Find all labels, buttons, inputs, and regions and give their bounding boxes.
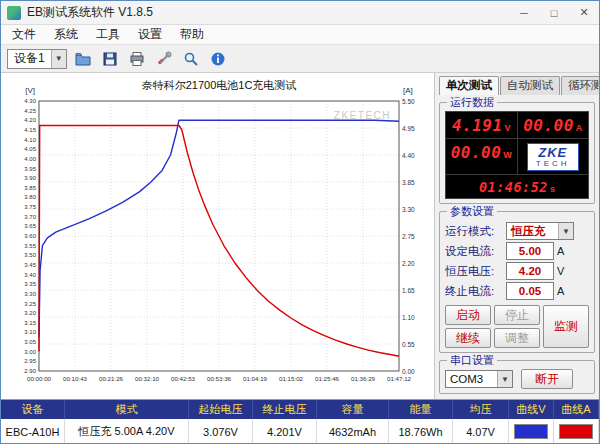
- menu-file[interactable]: 文件: [3, 26, 45, 43]
- device-select[interactable]: 设备1 ▼: [7, 49, 67, 69]
- svg-text:3.30: 3.30: [402, 206, 415, 213]
- set-current-input[interactable]: 5.00: [506, 242, 554, 260]
- app-icon: [7, 6, 21, 20]
- col-capacity: 容量: [317, 400, 389, 419]
- svg-text:01:15:02: 01:15:02: [279, 375, 304, 382]
- results-table: 设备 模式 起始电压 终止电压 容量 能量 均压 曲线V 曲线A EBC-A10…: [1, 399, 599, 443]
- menu-bar: 文件 系统 工具 设置 帮助: [1, 25, 599, 45]
- col-avg-voltage: 均压: [453, 400, 509, 419]
- cutoff-current-label: 终止电流:: [445, 284, 503, 299]
- chevron-down-icon[interactable]: ▼: [497, 371, 512, 387]
- serial-group: 串口设置 COM3 ▼ 断开: [439, 360, 595, 394]
- svg-text:00:21:26: 00:21:26: [99, 375, 124, 382]
- test-mode-tabs: 单次测试 自动测试 循环测试: [439, 76, 595, 95]
- svg-text:00:53:36: 00:53:36: [207, 375, 232, 382]
- svg-text:3.40: 3.40: [24, 272, 36, 278]
- open-button[interactable]: [72, 48, 94, 70]
- svg-text:3.25: 3.25: [24, 301, 36, 307]
- tab-auto-test[interactable]: 自动测试: [500, 76, 560, 95]
- svg-text:0.55: 0.55: [402, 341, 415, 348]
- zoom-button[interactable]: [180, 48, 202, 70]
- svg-text:01:47:12: 01:47:12: [387, 375, 412, 382]
- cell-capacity: 4632mAh: [317, 419, 389, 444]
- cutoff-current-input[interactable]: 0.05: [506, 282, 554, 300]
- svg-text:3.15: 3.15: [24, 320, 36, 326]
- watermark: ZKETECH: [334, 110, 391, 121]
- svg-text:01:25:46: 01:25:46: [315, 375, 340, 382]
- svg-text:3.45: 3.45: [24, 262, 36, 268]
- svg-text:4.05: 4.05: [24, 146, 36, 152]
- svg-text:3.30: 3.30: [24, 291, 36, 297]
- col-device: 设备: [1, 400, 65, 419]
- svg-text:3.75: 3.75: [24, 204, 36, 210]
- elapsed-time-readout: 01:46:52s: [446, 175, 588, 198]
- svg-text:2.90: 2.90: [24, 368, 36, 374]
- svg-text:3.35: 3.35: [24, 281, 36, 287]
- cell-start-voltage: 3.076V: [189, 419, 253, 444]
- magnifier-icon: [183, 51, 199, 67]
- right-axis-unit: [A]: [403, 86, 413, 95]
- cell-avg-voltage: 4.07V: [453, 419, 509, 444]
- svg-text:3.90: 3.90: [24, 175, 36, 181]
- disconnect-button[interactable]: 断开: [521, 369, 573, 389]
- chevron-down-icon[interactable]: ▼: [558, 223, 573, 239]
- toolbar: 设备1 ▼: [1, 45, 599, 73]
- info-button[interactable]: [207, 48, 229, 70]
- serial-title: 串口设置: [447, 353, 497, 367]
- maximize-button[interactable]: □: [539, 1, 569, 24]
- right-panel: 单次测试 自动测试 循环测试 运行数据 4.191V 00.00A: [435, 73, 599, 399]
- com-port-select[interactable]: COM3 ▼: [445, 370, 513, 388]
- col-curve-a: 曲线A: [554, 400, 599, 419]
- tab-cycle-test[interactable]: 循环测试: [561, 76, 600, 95]
- menu-system[interactable]: 系统: [45, 26, 87, 43]
- monitor-button[interactable]: 监测: [543, 305, 589, 348]
- svg-text:4.15: 4.15: [24, 127, 36, 133]
- chart-area[interactable]: 奈特科尔21700电池1C充电测试ZKETECH[V][A]4.304.254.…: [1, 73, 435, 399]
- svg-text:3.80: 3.80: [24, 194, 36, 200]
- tools-button[interactable]: [153, 48, 175, 70]
- svg-text:00:32:10: 00:32:10: [135, 375, 160, 382]
- start-button[interactable]: 启动: [445, 305, 491, 325]
- svg-text:4.10: 4.10: [24, 137, 36, 143]
- save-button[interactable]: [99, 48, 121, 70]
- set-current-label: 设定电流:: [445, 244, 503, 259]
- svg-text:3.20: 3.20: [24, 310, 36, 316]
- svg-text:3.50: 3.50: [24, 252, 36, 258]
- print-button[interactable]: [126, 48, 148, 70]
- chart[interactable]: 奈特科尔21700电池1C充电测试ZKETECH[V][A]4.304.254.…: [3, 75, 433, 397]
- svg-text:2.75: 2.75: [402, 233, 415, 240]
- table-row[interactable]: EBC-A10H 恒压充 5.00A 4.20V 3.076V 4.201V 4…: [1, 419, 599, 444]
- adjust-button[interactable]: 调整: [494, 328, 540, 348]
- col-mode: 模式: [65, 400, 189, 419]
- run-mode-select[interactable]: 恒压充 ▼: [506, 222, 574, 240]
- title-bar: EB测试系统软件 V1.8.5 ─ □ ✕: [1, 1, 599, 25]
- params-group: 参数设置 运行模式: 恒压充 ▼ 设定电流: 5.00 A 恒压电压: 4.20: [439, 211, 595, 353]
- menu-help[interactable]: 帮助: [171, 26, 213, 43]
- info-icon: [210, 51, 226, 67]
- svg-text:3.00: 3.00: [24, 349, 36, 355]
- svg-text:01:04:19: 01:04:19: [243, 375, 268, 382]
- menu-settings[interactable]: 设置: [129, 26, 171, 43]
- tab-single-test[interactable]: 单次测试: [439, 76, 499, 95]
- stop-button[interactable]: 停止: [494, 305, 540, 325]
- app-window: EB测试系统软件 V1.8.5 ─ □ ✕ 文件 系统 工具 设置 帮助 设备1…: [0, 0, 600, 444]
- minimize-button[interactable]: ─: [509, 1, 539, 24]
- run-data-title: 运行数据: [447, 95, 497, 109]
- svg-text:01:36:29: 01:36:29: [351, 375, 376, 382]
- device-select-value: 设备1: [8, 50, 51, 67]
- continue-button[interactable]: 继续: [445, 328, 491, 348]
- svg-text:3.65: 3.65: [24, 223, 36, 229]
- curve-a-swatch: [559, 424, 593, 439]
- main-content: 奈特科尔21700电池1C充电测试ZKETECH[V][A]4.304.254.…: [1, 73, 599, 399]
- col-energy: 能量: [389, 400, 453, 419]
- svg-text:3.70: 3.70: [24, 214, 36, 220]
- svg-text:3.60: 3.60: [24, 233, 36, 239]
- close-button[interactable]: ✕: [569, 1, 599, 24]
- chevron-down-icon[interactable]: ▼: [51, 50, 66, 68]
- svg-text:4.20: 4.20: [24, 117, 36, 123]
- menu-tools[interactable]: 工具: [87, 26, 129, 43]
- svg-text:00:10:43: 00:10:43: [63, 375, 88, 382]
- cv-voltage-input[interactable]: 4.20: [506, 262, 554, 280]
- svg-text:4.30: 4.30: [24, 98, 36, 104]
- svg-text:3.55: 3.55: [24, 243, 36, 249]
